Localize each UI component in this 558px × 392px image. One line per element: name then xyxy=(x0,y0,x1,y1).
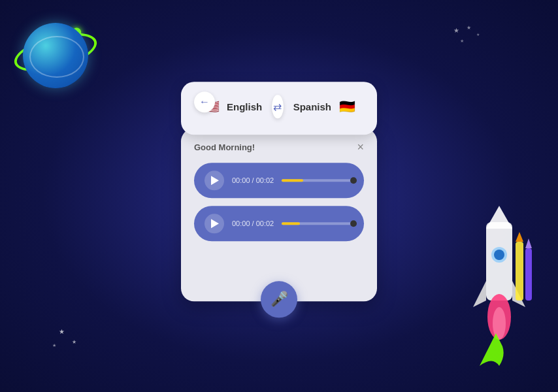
svg-marker-16 xyxy=(516,232,523,242)
svg-text:★: ★ xyxy=(467,25,471,31)
svg-marker-8 xyxy=(486,206,512,229)
close-button[interactable]: × xyxy=(357,141,364,153)
progress-fill-1 xyxy=(282,179,303,182)
time-display-1: 00:00 / 00:02 xyxy=(232,176,274,184)
progress-fill-2 xyxy=(282,222,299,225)
time-display-2: 00:00 / 00:02 xyxy=(232,220,274,227)
target-language-item: Spanish 🇩🇪 xyxy=(293,96,357,117)
source-language-label: English xyxy=(227,101,262,112)
stars-decoration: ★ ★ ★ ★ xyxy=(401,20,480,61)
back-button[interactable] xyxy=(194,91,215,112)
play-button-2[interactable] xyxy=(205,214,224,233)
microphone-button[interactable]: 🎤 xyxy=(261,281,297,318)
svg-point-14 xyxy=(493,307,506,340)
svg-point-10 xyxy=(494,250,504,260)
svg-text:★: ★ xyxy=(72,339,76,345)
microphone-icon: 🎤 xyxy=(271,291,288,308)
audio-player-1: 00:00 / 00:02 xyxy=(194,163,364,198)
swap-icon: ⇄ xyxy=(273,101,282,113)
svg-text:★: ★ xyxy=(460,39,464,43)
progress-handle-2 xyxy=(350,220,357,227)
play-icon-1 xyxy=(211,176,219,185)
popup-header: Good Morning! × xyxy=(194,141,364,153)
target-flag: 🇩🇪 xyxy=(336,96,357,117)
main-card-wrapper: 🇺🇸 English ⇄ Spanish 🇩🇪 Good Morning! × … xyxy=(181,82,377,301)
target-language-label: Spanish xyxy=(293,101,331,112)
svg-text:★: ★ xyxy=(453,27,459,34)
rocket-illustration xyxy=(440,203,545,366)
popup-title: Good Morning! xyxy=(194,142,255,152)
language-selector-card: 🇺🇸 English ⇄ Spanish 🇩🇪 xyxy=(181,82,377,135)
svg-text:★: ★ xyxy=(52,343,56,348)
svg-marker-18 xyxy=(525,238,532,248)
audio-player-2: 00:00 / 00:02 xyxy=(194,206,364,241)
progress-bar-1[interactable] xyxy=(282,179,353,182)
popup-card: Good Morning! × 00:00 / 00:02 00:00 / 00… xyxy=(181,128,377,301)
progress-handle-1 xyxy=(350,177,357,184)
svg-rect-15 xyxy=(516,242,523,301)
svg-marker-11 xyxy=(473,281,486,307)
svg-text:★: ★ xyxy=(476,33,480,37)
progress-bar-2[interactable] xyxy=(282,222,353,225)
stars-bottom-left: ★ ★ ★ xyxy=(52,324,91,353)
svg-rect-17 xyxy=(525,248,532,301)
svg-text:★: ★ xyxy=(59,328,65,335)
play-icon-2 xyxy=(211,219,219,228)
swap-languages-button[interactable]: ⇄ xyxy=(272,95,283,118)
play-button-1[interactable] xyxy=(205,171,224,190)
globe-illustration xyxy=(13,13,98,98)
